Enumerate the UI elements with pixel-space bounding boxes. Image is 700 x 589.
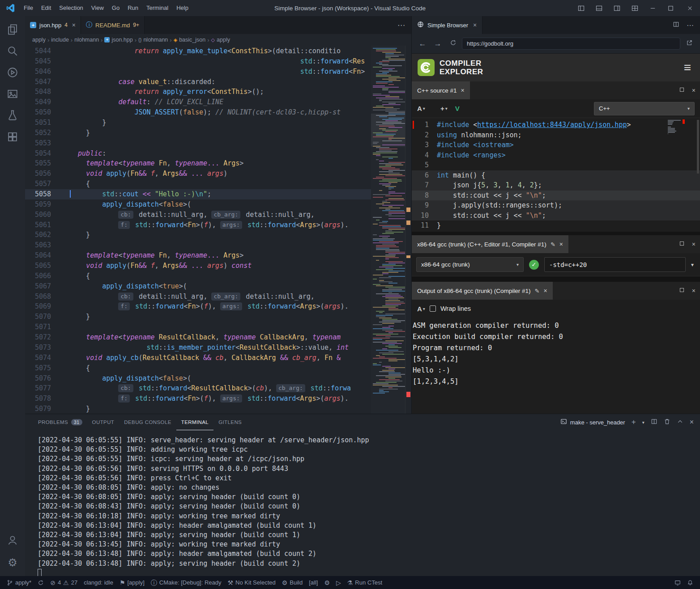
code-editor[interactable]: 5044 return apply_make_tuple<ConstThis>(…: [25, 46, 411, 414]
scrollbar-thumb[interactable]: [697, 120, 699, 174]
output-pane-tab[interactable]: Output of x86-64 gcc (trunk) (Compiler #…: [412, 282, 553, 300]
activity-run-debug[interactable]: [2, 63, 23, 84]
compiler-options-input[interactable]: -std=c++20: [544, 257, 686, 272]
panel-tab-terminal[interactable]: TERMINAL: [176, 414, 213, 430]
close-button[interactable]: [679, 0, 700, 16]
status-cmake-kit[interactable]: ⚒No Kit Selected: [225, 576, 279, 589]
close-panel-icon[interactable]: ×: [690, 418, 694, 426]
breadcrumb-item-json-hpp[interactable]: +json.hpp: [104, 37, 132, 43]
edit-title-icon[interactable]: ✎: [551, 241, 555, 248]
url-input[interactable]: [462, 38, 680, 50]
compiler-output[interactable]: ASM generation compiler returned: 0Execu…: [412, 318, 700, 414]
breadcrumb-item-nlohmann[interactable]: nlohmann: [74, 37, 99, 43]
status-cmake-project[interactable]: ⚑[apply]: [116, 576, 148, 589]
more-actions-icon[interactable]: ⋯: [397, 21, 405, 30]
vim-mode-icon[interactable]: V: [455, 105, 460, 112]
breadcrumb-item-apply[interactable]: ◇apply: [211, 37, 230, 43]
split-terminal-icon[interactable]: [651, 418, 657, 426]
activity-testing[interactable]: [2, 106, 23, 127]
status-publish[interactable]: [34, 576, 47, 589]
status-remote-explorer[interactable]: [671, 576, 684, 589]
status-launch[interactable]: ▷: [333, 576, 344, 589]
breadcrumb-item-nlohmann[interactable]: {}nlohmann: [138, 37, 168, 43]
status-run-ctest[interactable]: ⚗Run CTest: [344, 576, 385, 589]
overview-ruler[interactable]: [405, 46, 411, 414]
activity-settings[interactable]: ⚙: [2, 552, 23, 573]
include-link[interactable]: https://localhost:8443/apply/json.hpp: [477, 121, 627, 129]
status-debug-target[interactable]: ⚙: [321, 576, 333, 589]
activity-explorer[interactable]: [2, 20, 23, 41]
hamburger-menu-icon[interactable]: ≡: [684, 60, 695, 75]
wrap-lines-checkbox[interactable]: [430, 305, 436, 312]
status-build[interactable]: ⚙Build: [279, 576, 306, 589]
minimize-button[interactable]: [644, 0, 662, 16]
language-select[interactable]: C++ ▾: [594, 102, 695, 115]
close-pane-icon[interactable]: ×: [692, 241, 696, 248]
terminal-process-select[interactable]: make - serve_header: [560, 418, 625, 426]
menu-terminal[interactable]: Terminal: [142, 0, 172, 16]
back-icon[interactable]: ←: [416, 38, 429, 50]
open-external-icon[interactable]: [683, 38, 696, 50]
activity-extensions[interactable]: [2, 127, 23, 148]
tab-readme-md[interactable]: ⓘREADME.md9+: [81, 16, 145, 34]
close-icon[interactable]: ×: [559, 241, 563, 248]
split-editor-icon[interactable]: [673, 21, 679, 30]
menu-go[interactable]: Go: [108, 0, 124, 16]
reload-icon[interactable]: [447, 38, 459, 50]
breadcrumb-item-include[interactable]: include: [51, 37, 69, 43]
breadcrumb-item-basic-json[interactable]: ◈basic_json: [174, 37, 206, 43]
source-pane-tab[interactable]: C++ source #1 ×: [412, 81, 470, 99]
maximize-pane-icon[interactable]: [679, 287, 685, 294]
close-icon[interactable]: ×: [473, 21, 477, 29]
maximize-button[interactable]: [662, 0, 679, 16]
close-icon[interactable]: ×: [72, 21, 76, 29]
close-icon[interactable]: ×: [461, 87, 465, 94]
maximize-pane-icon[interactable]: [679, 87, 685, 94]
layout-sidebar-left-icon[interactable]: [572, 0, 590, 16]
edit-title-icon[interactable]: ✎: [535, 288, 540, 294]
maximize-panel-icon[interactable]: [677, 418, 683, 426]
menu-help[interactable]: Help: [172, 0, 192, 16]
terminal-content[interactable]: [2022-04-30 06:05:55] INFO: serve_header…: [25, 430, 700, 576]
menu-file[interactable]: File: [20, 0, 37, 16]
font-size-icon[interactable]: A▾: [417, 305, 425, 313]
compiler-select[interactable]: x86-64 gcc (trunk) ▾: [416, 257, 524, 272]
panel-tab-problems[interactable]: PROBLEMS31: [33, 414, 87, 430]
status-clangd[interactable]: clangd: idle: [81, 576, 116, 589]
chevron-down-icon[interactable]: ▾: [691, 262, 696, 268]
tab-json-hpp[interactable]: +json.hpp4×: [25, 16, 81, 34]
status-build-target[interactable]: [all]: [306, 576, 321, 589]
panel-tab-output[interactable]: OUTPUT: [87, 414, 120, 430]
panel-tab-debug-console[interactable]: DEBUG CONSOLE: [119, 414, 176, 430]
menu-view[interactable]: View: [87, 0, 108, 16]
font-size-icon[interactable]: A▾: [417, 105, 425, 112]
activity-image-preview[interactable]: [2, 84, 23, 106]
more-actions-icon[interactable]: ⋯: [687, 21, 694, 30]
menu-run[interactable]: Run: [124, 0, 142, 16]
chevron-down-icon[interactable]: ▾: [642, 420, 645, 425]
activity-account[interactable]: [2, 530, 23, 552]
kill-terminal-icon[interactable]: [664, 418, 670, 426]
tab-simple-browser[interactable]: Simple Browser ×: [412, 16, 482, 34]
panel-tab-gitlens[interactable]: GITLENS: [213, 414, 247, 430]
menu-selection[interactable]: Selection: [55, 0, 87, 16]
breadcrumb-item-apply[interactable]: apply: [32, 37, 46, 43]
godbolt-source-editor[interactable]: 1#include <https://localhost:8443/apply/…: [412, 118, 700, 232]
new-terminal-icon[interactable]: +: [632, 418, 636, 427]
minimap[interactable]: [371, 46, 405, 414]
status-git-branch[interactable]: apply*: [4, 576, 34, 589]
status-problems[interactable]: ⊘4⚠27: [47, 576, 81, 589]
status-cmake-status[interactable]: ⓘCMake: [Debug]: Ready: [148, 576, 225, 589]
layout-panel-icon[interactable]: [590, 0, 608, 16]
menu-edit[interactable]: Edit: [37, 0, 55, 16]
close-pane-icon[interactable]: ×: [692, 87, 696, 94]
close-icon[interactable]: ×: [544, 287, 547, 294]
maximize-pane-icon[interactable]: [679, 241, 685, 248]
status-notifications[interactable]: [684, 576, 696, 589]
forward-icon[interactable]: →: [431, 38, 444, 50]
compiler-pane-tab[interactable]: x86-64 gcc (trunk) (C++, Editor #1, Comp…: [412, 235, 568, 253]
customize-layout-icon[interactable]: [626, 0, 644, 16]
activity-search[interactable]: [2, 41, 23, 63]
layout-sidebar-right-icon[interactable]: [608, 0, 626, 16]
add-pane-icon[interactable]: +▾: [440, 105, 448, 112]
